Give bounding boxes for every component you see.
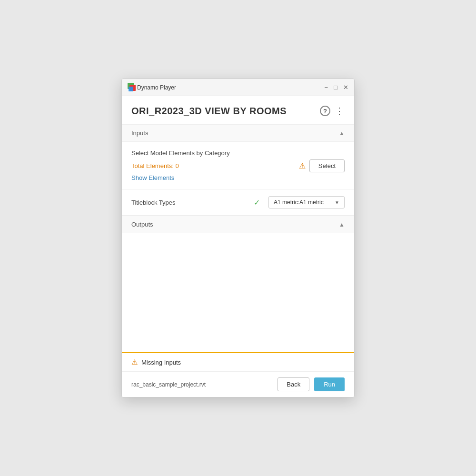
- run-button[interactable]: Run: [314, 377, 345, 391]
- titleblock-section: Titleblock Types ✓ A1 metric:A1 metric ▼: [122, 189, 354, 216]
- titleblock-dropdown[interactable]: A1 metric:A1 metric ▼: [268, 196, 345, 208]
- footer-filename: rac_basic_sample_project.rvt: [131, 381, 206, 388]
- app-title-row: ORI_R2023_3D VIEW BY ROOMS ? ⋮: [122, 96, 354, 124]
- total-elements-text: Total Elements: 0: [131, 162, 179, 169]
- outputs-section-body: [122, 233, 354, 352]
- title-bar-app-name: Dynamo Player: [137, 84, 325, 91]
- warning-select-group: ⚠ Select: [299, 159, 345, 172]
- show-elements-link[interactable]: Show Elements: [131, 174, 345, 181]
- titleblock-dropdown-value: A1 metric:A1 metric: [274, 199, 324, 206]
- warning-bar-text: Missing Inputs: [141, 359, 181, 366]
- warning-bar-icon: ⚠: [131, 358, 138, 367]
- app-title: ORI_R2023_3D VIEW BY ROOMS: [131, 106, 287, 117]
- minimize-button[interactable]: −: [325, 84, 328, 90]
- help-icon[interactable]: ?: [320, 106, 330, 116]
- inputs-section-label: Inputs: [131, 129, 148, 137]
- select-button[interactable]: Select: [309, 159, 345, 172]
- maximize-button[interactable]: □: [334, 84, 337, 90]
- title-bar-controls: − □ ✕: [325, 84, 348, 90]
- title-bar: Dynamo Player − □ ✕: [122, 79, 354, 96]
- inputs-section-body: Select Model Elements by Category Total …: [122, 142, 354, 189]
- footer: rac_basic_sample_project.rvt Back Run: [122, 371, 354, 397]
- outputs-collapse-icon[interactable]: ▲: [339, 221, 345, 228]
- dynamo-app-icon: [128, 83, 137, 92]
- outputs-section-label: Outputs: [131, 221, 153, 228]
- select-warning-icon: ⚠: [299, 161, 306, 170]
- close-button[interactable]: ✕: [343, 84, 348, 90]
- select-model-group: Select Model Elements by Category Total …: [131, 149, 345, 181]
- dynamo-player-window: Dynamo Player − □ ✕ ORI_R2023_3D VIEW BY…: [121, 79, 355, 397]
- more-options-icon[interactable]: ⋮: [334, 105, 345, 117]
- select-model-label: Select Model Elements by Category: [131, 149, 345, 157]
- inputs-section-header[interactable]: Inputs ▲: [122, 124, 354, 142]
- warning-bar: ⚠ Missing Inputs: [122, 352, 354, 371]
- inputs-collapse-icon[interactable]: ▲: [339, 130, 345, 137]
- footer-buttons: Back Run: [278, 377, 345, 391]
- app-title-actions: ? ⋮: [320, 105, 345, 117]
- outputs-section-header[interactable]: Outputs ▲: [122, 216, 354, 233]
- titleblock-dropdown-arrow: ▼: [335, 200, 339, 205]
- titleblock-label: Titleblock Types: [131, 199, 176, 206]
- select-model-row: Total Elements: 0 ⚠ Select: [131, 159, 345, 172]
- titleblock-check-icon: ✓: [254, 198, 260, 207]
- back-button[interactable]: Back: [278, 377, 309, 391]
